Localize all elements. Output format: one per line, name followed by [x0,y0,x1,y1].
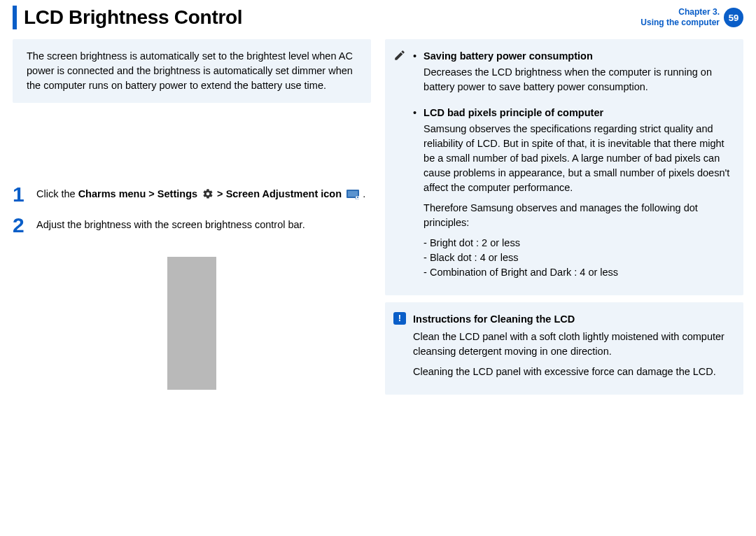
bullet-item: LCD bad pixels principle of computer Sam… [413,106,731,280]
step1-part-a: Click the [36,188,78,199]
bullet-body: LCD bad pixels principle of computer Sam… [424,106,731,280]
chapter-line1: Chapter 3. [640,7,720,17]
screen-adjustment-icon [346,190,359,199]
notes-box-1: Saving battery power consumption Decreas… [385,39,743,295]
steps-list: 1 Click the Charms menu > Settings > Scr… [13,187,371,390]
cleaning-p1: Clean the LCD panel with a soft cloth li… [413,330,731,359]
right-column: Saving battery power consumption Decreas… [385,39,743,402]
bullet-text: Therefore Samsung observes and manages t… [424,201,731,230]
step-item: 1 Click the Charms menu > Settings > Scr… [13,187,371,205]
gear-icon [202,188,214,199]
step-body: Adjust the brightness with the screen br… [36,218,305,236]
step-number: 1 [13,184,29,205]
page-title: LCD Brightness Control [24,6,242,29]
cleaning-p2: Cleaning the LCD panel with excessive fo… [413,365,731,379]
step-body: Click the Charms menu > Settings > Scree… [36,187,365,205]
left-column: The screen brightness is automatically s… [13,39,371,402]
step1-part-d: Screen Adjustment icon [226,188,342,199]
dash-item: Black dot : 4 or less [424,251,731,265]
page-number-badge: 59 [724,8,743,27]
intro-note-box: The screen brightness is automatically s… [13,39,371,103]
chapter-info: Chapter 3. Using the computer [640,7,720,28]
cleaning-body: Clean the LCD panel with a soft cloth li… [413,330,731,379]
step1-part-e: . [360,188,365,199]
bullet-text: Samsung observes the specifications rega… [424,122,731,195]
step-number: 2 [13,215,29,236]
bullet-title: Saving battery power consumption [424,50,593,62]
dash-item: Bright dot : 2 or less [424,236,731,251]
step1-part-b: Charms menu > Settings [78,188,197,199]
step1-part-c: > [214,188,226,199]
dash-list: Bright dot : 2 or less Black dot : 4 or … [424,236,731,280]
brightness-bar-illustration [167,257,216,390]
chapter-line2: Using the computer [640,17,720,28]
dash-item: Combination of Bright and Dark : 4 or le… [424,265,731,280]
content-columns: The screen brightness is automatically s… [13,39,743,402]
cleaning-heading: Instructions for Cleaning the LCD [413,312,731,327]
page-header: LCD Brightness Control Chapter 3. Using … [13,6,743,29]
bullet-text: Decreases the LCD brightness when the co… [424,65,731,94]
bullet-title: LCD bad pixels principle of computer [424,107,603,118]
pencil-icon [393,49,406,62]
bullet-body: Saving battery power consumption Decreas… [424,49,731,100]
bullet-item: Saving battery power consumption Decreas… [413,49,731,100]
page-title-wrap: LCD Brightness Control [13,6,242,29]
notes-box-2: ! Instructions for Cleaning the LCD Clea… [385,302,743,395]
title-accent-bar [13,6,17,29]
exclamation-icon: ! [393,312,406,325]
header-right: Chapter 3. Using the computer 59 [640,7,743,28]
step-item: 2 Adjust the brightness with the screen … [13,218,371,236]
intro-note-text: The screen brightness is automatically s… [27,50,353,91]
